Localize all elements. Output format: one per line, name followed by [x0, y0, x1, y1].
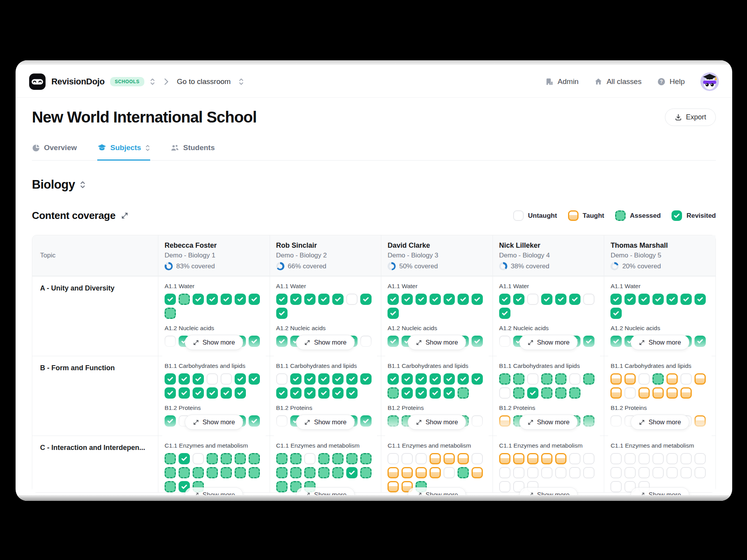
cell-assessed[interactable] [332, 453, 344, 464]
cell-assessed[interactable] [346, 453, 358, 464]
cell-untaught[interactable] [569, 453, 580, 464]
cell-untaught[interactable] [624, 387, 636, 399]
revisiondojo-logo-icon[interactable] [29, 73, 46, 90]
cell-revisited[interactable] [388, 308, 399, 319]
export-button[interactable]: Export [665, 108, 716, 126]
show-more-button[interactable]: Show more [519, 415, 577, 430]
cell-taught[interactable] [388, 481, 399, 492]
cell-untaught[interactable] [610, 481, 622, 492]
cell-revisited[interactable] [332, 373, 344, 385]
cell-assessed[interactable] [276, 453, 288, 464]
cell-revisited[interactable] [346, 373, 358, 385]
cell-taught[interactable] [624, 373, 636, 385]
cell-assessed[interactable] [276, 467, 288, 478]
cell-untaught[interactable] [652, 453, 664, 464]
cell-revisited[interactable] [527, 387, 538, 399]
nav-link-admin[interactable]: Admin [545, 77, 579, 86]
expand-icon[interactable] [121, 212, 128, 219]
tab-students[interactable]: Students [170, 143, 215, 161]
cell-taught[interactable] [430, 467, 441, 478]
cell-taught[interactable] [555, 453, 566, 464]
cell-assessed[interactable] [360, 453, 372, 464]
cell-revisited[interactable] [444, 373, 455, 385]
cell-untaught[interactable] [193, 453, 204, 464]
cell-taught[interactable] [527, 453, 538, 464]
cell-untaught[interactable] [402, 453, 413, 464]
cell-taught[interactable] [458, 453, 469, 464]
cell-revisited[interactable] [444, 294, 455, 305]
cell-revisited[interactable] [499, 294, 510, 305]
cell-revisited[interactable] [304, 294, 316, 305]
show-more-button[interactable]: Show more [519, 335, 577, 350]
cell-untaught[interactable] [541, 467, 552, 478]
cell-taught[interactable] [638, 387, 650, 399]
cell-revisited[interactable] [680, 294, 692, 305]
cell-revisited[interactable] [207, 294, 218, 305]
show-more-button[interactable]: Show more [519, 487, 577, 501]
cell-assessed[interactable] [360, 467, 372, 478]
breadcrumb-go-to-classroom[interactable]: Go to classroom [177, 77, 231, 86]
cell-revisited[interactable] [569, 294, 580, 305]
cell-untaught[interactable] [569, 467, 580, 478]
cell-revisited[interactable] [276, 387, 288, 399]
cell-taught[interactable] [610, 387, 622, 399]
cell-untaught[interactable] [624, 467, 636, 478]
cell-taught[interactable] [388, 467, 399, 478]
cell-untaught[interactable] [583, 453, 594, 464]
cell-revisited[interactable] [318, 373, 330, 385]
cell-untaught[interactable] [276, 373, 288, 385]
cell-untaught[interactable] [638, 373, 650, 385]
cell-assessed[interactable] [318, 453, 330, 464]
cell-assessed[interactable] [458, 387, 469, 399]
tab-subjects[interactable]: Subjects [97, 143, 150, 161]
cell-assessed[interactable] [165, 453, 176, 464]
cell-assessed[interactable] [276, 481, 288, 492]
cell-revisited[interactable] [430, 387, 441, 399]
cell-assessed[interactable] [513, 387, 524, 399]
cell-revisited[interactable] [402, 373, 413, 385]
cell-untaught[interactable] [527, 294, 538, 305]
cell-taught[interactable] [513, 453, 524, 464]
cell-assessed[interactable] [583, 373, 594, 385]
cell-revisited[interactable] [193, 373, 204, 385]
cell-untaught[interactable] [610, 467, 622, 478]
cell-untaught[interactable] [680, 453, 692, 464]
cell-taught[interactable] [416, 467, 427, 478]
cell-untaught[interactable] [221, 373, 232, 385]
cell-untaught[interactable] [694, 453, 706, 464]
cell-taught[interactable] [694, 373, 706, 385]
cell-revisited[interactable] [332, 294, 344, 305]
show-more-button[interactable]: Show more [185, 487, 243, 501]
cell-assessed[interactable] [249, 453, 260, 464]
cell-revisited[interactable] [458, 294, 469, 305]
cell-assessed[interactable] [165, 481, 176, 492]
cell-revisited[interactable] [179, 453, 190, 464]
cell-taught[interactable] [402, 467, 413, 478]
cell-assessed[interactable] [235, 467, 246, 478]
cell-revisited[interactable] [235, 387, 246, 399]
cell-revisited[interactable] [402, 294, 413, 305]
cell-untaught[interactable] [304, 453, 316, 464]
cell-untaught[interactable] [416, 453, 427, 464]
cell-revisited[interactable] [346, 467, 358, 478]
cell-revisited[interactable] [388, 373, 399, 385]
cell-revisited[interactable] [165, 294, 176, 305]
show-more-button[interactable]: Show more [408, 335, 466, 350]
cell-revisited[interactable] [541, 294, 552, 305]
cell-revisited[interactable] [513, 294, 524, 305]
cell-untaught[interactable] [583, 294, 594, 305]
cell-revisited[interactable] [416, 294, 427, 305]
cell-revisited[interactable] [249, 373, 260, 385]
cell-assessed[interactable] [513, 373, 524, 385]
cell-taught[interactable] [610, 373, 622, 385]
cell-untaught[interactable] [499, 387, 510, 399]
cell-taught[interactable] [666, 373, 678, 385]
cell-revisited[interactable] [249, 294, 260, 305]
cell-revisited[interactable] [666, 294, 678, 305]
cell-untaught[interactable] [583, 467, 594, 478]
cell-revisited[interactable] [221, 387, 232, 399]
cell-revisited[interactable] [458, 373, 469, 385]
cell-revisited[interactable] [472, 373, 483, 385]
cell-revisited[interactable] [430, 373, 441, 385]
cell-assessed[interactable] [290, 467, 302, 478]
